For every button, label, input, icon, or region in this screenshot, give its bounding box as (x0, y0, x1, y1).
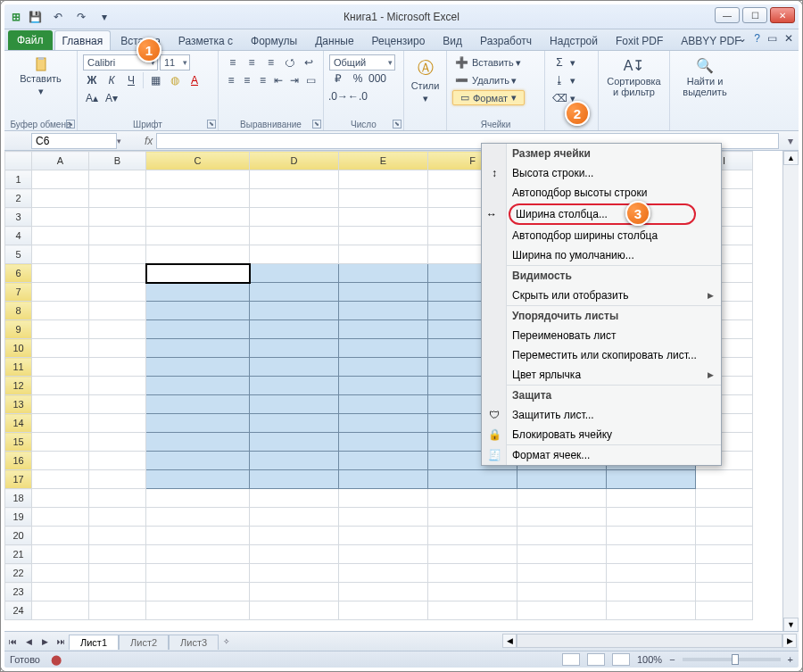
scroll-left-icon[interactable]: ◀ (502, 634, 517, 648)
cell-H19[interactable] (607, 508, 696, 527)
cell-E3[interactable] (339, 208, 428, 227)
cells-insert-label[interactable]: Вставить (472, 57, 514, 68)
row-header-20[interactable]: 20 (5, 527, 32, 545)
cell-A2[interactable] (32, 189, 89, 208)
cell-I24[interactable] (696, 601, 753, 620)
help-icon[interactable]: ? (754, 32, 760, 45)
cell-D5[interactable] (250, 245, 339, 264)
cell-A5[interactable] (32, 245, 89, 264)
cell-H23[interactable] (607, 583, 696, 601)
cell-A18[interactable] (32, 489, 89, 508)
cell-G19[interactable] (517, 508, 607, 527)
sheet-nav-prev-icon[interactable]: ◀ (21, 634, 37, 650)
cell-D17[interactable] (250, 470, 339, 489)
cell-B13[interactable] (89, 395, 146, 414)
window-restore-icon[interactable]: ▭ (767, 32, 777, 45)
window-close-icon[interactable]: ✕ (784, 32, 793, 45)
cell-G17[interactable] (517, 470, 607, 489)
cell-C4[interactable] (146, 227, 250, 245)
cell-E16[interactable] (339, 452, 428, 470)
cell-E6[interactable] (339, 264, 428, 283)
cell-E8[interactable] (339, 302, 428, 320)
cell-G20[interactable] (517, 527, 607, 545)
macro-record-icon[interactable]: ⬤ (51, 654, 62, 666)
cell-A6[interactable] (32, 264, 89, 283)
dec-decimal-icon[interactable]: ←.0 (349, 88, 367, 104)
row-header-16[interactable]: 16 (5, 452, 32, 470)
menu-move-copy-sheet[interactable]: Переместить или скопировать лист... (482, 345, 721, 365)
cell-G23[interactable] (517, 583, 607, 601)
col-header-D[interactable]: D (250, 152, 339, 170)
cell-B1[interactable] (89, 170, 146, 189)
cell-F19[interactable] (428, 508, 517, 527)
cell-A17[interactable] (32, 470, 89, 489)
cell-E19[interactable] (339, 508, 428, 527)
close-button[interactable]: ✕ (770, 7, 795, 23)
cell-C17[interactable] (146, 470, 250, 489)
bold-icon[interactable]: Ж (83, 72, 101, 88)
cell-A14[interactable] (32, 414, 89, 433)
file-tab[interactable]: Файл (8, 30, 53, 50)
cell-F21[interactable] (428, 545, 517, 564)
cell-C11[interactable] (146, 358, 250, 377)
zoom-in-icon[interactable]: + (788, 654, 793, 665)
decrease-font-icon[interactable]: A▾ (103, 90, 120, 106)
row-header-19[interactable]: 19 (5, 508, 32, 527)
scroll-right-icon[interactable]: ▶ (782, 634, 797, 648)
cell-D6[interactable] (250, 264, 339, 283)
cell-A20[interactable] (32, 527, 89, 545)
cell-A3[interactable] (32, 208, 89, 227)
horizontal-scrollbar[interactable]: ◀ ▶ (502, 631, 797, 651)
cell-C19[interactable] (146, 508, 250, 527)
cell-E17[interactable] (339, 470, 428, 489)
menu-tab-color[interactable]: Цвет ярлычка▶ (482, 365, 721, 385)
cell-E21[interactable] (339, 545, 428, 564)
cell-G21[interactable] (517, 545, 607, 564)
cell-D14[interactable] (250, 414, 339, 433)
row-header-18[interactable]: 18 (5, 489, 32, 508)
inc-decimal-icon[interactable]: .0→ (329, 88, 347, 104)
menu-row-height[interactable]: ↕Высота строки... (482, 163, 721, 183)
sheet-tab-3[interactable]: Лист3 (169, 635, 219, 650)
cell-F18[interactable] (428, 489, 517, 508)
cell-D20[interactable] (250, 527, 339, 545)
maximize-button[interactable]: ☐ (742, 7, 767, 23)
cell-D10[interactable] (250, 339, 339, 358)
cell-C20[interactable] (146, 527, 250, 545)
cell-C18[interactable] (146, 489, 250, 508)
cell-D19[interactable] (250, 508, 339, 527)
cell-H18[interactable] (607, 489, 696, 508)
row-header-21[interactable]: 21 (5, 545, 32, 564)
cell-D1[interactable] (250, 170, 339, 189)
cell-C22[interactable] (146, 564, 250, 583)
sheet-nav-first-icon[interactable]: ⏮ (4, 634, 21, 650)
cell-B19[interactable] (89, 508, 146, 527)
cell-E15[interactable] (339, 433, 428, 452)
clipboard-launcher-icon[interactable]: ⬊ (66, 120, 75, 129)
cell-B20[interactable] (89, 527, 146, 545)
menu-autofit-row[interactable]: Автоподбор высоты строки (482, 183, 721, 203)
align-center-icon[interactable]: ≡ (240, 72, 254, 88)
row-header-24[interactable]: 24 (5, 601, 32, 620)
redo-icon[interactable]: ↷ (72, 9, 90, 25)
scroll-up-icon[interactable]: ▲ (783, 151, 799, 165)
tab-developer[interactable]: Разработч (472, 30, 540, 50)
zoom-out-icon[interactable]: − (669, 654, 675, 665)
cell-D3[interactable] (250, 208, 339, 227)
formula-bar-expand-icon[interactable]: ▾ (782, 135, 799, 147)
cell-C23[interactable] (146, 583, 250, 601)
row-header-12[interactable]: 12 (5, 377, 32, 395)
cell-B24[interactable] (89, 601, 146, 620)
scroll-down-icon[interactable]: ▼ (783, 618, 799, 632)
sort-filter-button[interactable]: A↧ Сортировка и фильтр (604, 54, 664, 100)
cell-I18[interactable] (696, 489, 753, 508)
cell-F23[interactable] (428, 583, 517, 601)
cell-I19[interactable] (696, 508, 753, 527)
sheet-tab-active[interactable]: Лист1 (69, 635, 119, 650)
increase-font-icon[interactable]: A▴ (83, 90, 101, 106)
cell-C21[interactable] (146, 545, 250, 564)
cell-D13[interactable] (250, 395, 339, 414)
tab-addins[interactable]: Надстрой (542, 30, 606, 50)
cell-E22[interactable] (339, 564, 428, 583)
cell-A15[interactable] (32, 433, 89, 452)
